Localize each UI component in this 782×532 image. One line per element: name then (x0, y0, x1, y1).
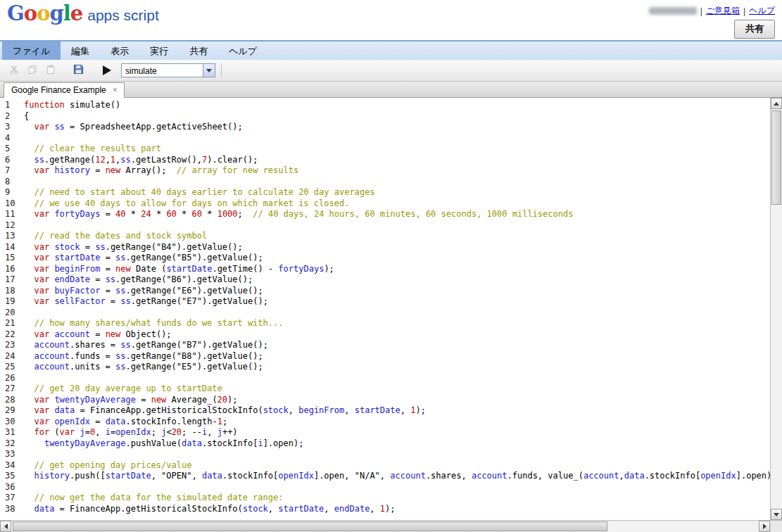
tab-close-icon[interactable]: × (113, 86, 118, 94)
save-icon (73, 64, 84, 77)
line-number: 4 (0, 133, 24, 144)
line-number: 2 (0, 111, 24, 122)
paste-icon (46, 65, 56, 77)
code-line: 13 // read the dates and stock symbol (0, 231, 770, 242)
scroll-up-button[interactable] (771, 98, 782, 109)
code-line: 24 account.funds = ss.getRange("B8").get… (0, 351, 770, 362)
line-number: 15 (0, 253, 24, 264)
copy-icon (27, 65, 37, 77)
run-icon (103, 65, 111, 75)
line-number: 14 (0, 242, 24, 253)
menu-help[interactable]: ヘルプ (218, 42, 267, 60)
cut-icon (9, 65, 19, 77)
scroll-down-button[interactable] (771, 509, 782, 520)
code-text: account.funds = ss.getRange("B8").getVal… (24, 351, 770, 362)
line-number: 8 (0, 177, 24, 188)
line-number: 19 (0, 296, 24, 308)
dropdown-arrow-button[interactable] (203, 64, 215, 77)
code-line: 17 var endDate = ss.getRange("B6").getVa… (0, 274, 770, 286)
product-name: apps script (87, 7, 159, 24)
code-line: 22 var account = new Object(); (0, 329, 770, 341)
horizontal-scrollbar[interactable] (0, 520, 782, 532)
code-text: history.push([startDate, "OPEN", data.st… (24, 471, 770, 482)
horizontal-scroll-track[interactable] (11, 521, 759, 532)
code-text (24, 220, 770, 232)
scroll-left-button[interactable] (0, 521, 11, 532)
code-text: for (var j=0, i=openIdx; j<20; --i, j++) (24, 427, 770, 438)
tab-bar: Google Finance Example × (0, 82, 782, 98)
code-line: 36 (0, 482, 770, 493)
arrow-down-icon (774, 513, 779, 517)
paste-button[interactable] (42, 63, 58, 79)
code-text: var ss = SpreadsheetApp.getActiveSheet()… (24, 122, 770, 133)
menu-view[interactable]: 表示 (100, 42, 139, 60)
vertical-scrollbar[interactable] (770, 98, 782, 520)
line-number: 6 (0, 155, 24, 166)
code-line: 23 account.shares = ss.getRange("B7").ge… (0, 340, 770, 351)
code-line: 9 // need to start about 40 days earlier… (0, 187, 770, 198)
menu-run[interactable]: 実行 (139, 42, 179, 60)
line-number: 28 (0, 395, 24, 406)
line-number: 32 (0, 438, 24, 450)
code-text: var buyFactor = ss.getRange("E6").getVal… (24, 286, 770, 297)
separator: | (700, 6, 702, 16)
account-bar: | ご意見箱 | ヘルプ (649, 5, 775, 17)
code-line: 15 var startDate = ss.getRange("B5").get… (0, 253, 770, 264)
line-number: 5 (0, 144, 24, 155)
code-line: 28 var twentyDayAverage = new Average_(2… (0, 395, 770, 406)
editor: 1function simulate()2{3 var ss = Spreads… (0, 98, 782, 520)
code-text (24, 177, 770, 188)
code-line: 29 var data = FinanceApp.getHistoricalSt… (0, 405, 770, 417)
help-link[interactable]: ヘルプ (749, 5, 775, 17)
apps-script-window: Google apps script | ご意見箱 | ヘルプ 共有 ファイル … (0, 0, 782, 532)
vertical-scroll-track[interactable] (771, 109, 782, 509)
code-text: // get 20 day average up to startDate (24, 384, 770, 395)
tab-google-finance-example[interactable]: Google Finance Example × (4, 82, 125, 98)
code-line: 1function simulate() (0, 100, 770, 111)
code-line: 30 var openIdx = data.stockInfo.length-1… (0, 417, 770, 428)
menu-edit[interactable]: 編集 (61, 42, 100, 60)
function-dropdown[interactable]: simulate (121, 63, 215, 77)
code-line: 38 data = FinanceApp.getHistoricalStockI… (0, 504, 770, 515)
line-number: 18 (0, 286, 24, 297)
code-line: 37 // now get the data for the simulated… (0, 493, 770, 504)
menu-share[interactable]: 共有 (179, 42, 218, 60)
line-number: 27 (0, 384, 24, 395)
line-number: 1 (0, 100, 24, 111)
toolbar: simulate (0, 60, 782, 82)
run-button[interactable] (99, 63, 115, 79)
code-text: var data = FinanceApp.getHistoricalStock… (24, 405, 770, 417)
arrow-left-icon (4, 524, 8, 529)
toolbar-separator (221, 63, 222, 77)
code-lines[interactable]: 1function simulate()2{3 var ss = Spreads… (0, 98, 770, 520)
line-number: 31 (0, 427, 24, 438)
line-number: 30 (0, 417, 24, 428)
arrow-right-icon (763, 524, 767, 529)
horizontal-scroll-thumb[interactable] (13, 521, 607, 531)
share-button[interactable]: 共有 (734, 20, 775, 39)
header: Google apps script | ご意見箱 | ヘルプ 共有 (0, 0, 782, 40)
code-text: ss.getRange(12,1,ss.getLastRow(),7).clea… (24, 155, 770, 166)
line-number: 23 (0, 340, 24, 351)
line-number: 22 (0, 329, 24, 341)
save-button[interactable] (70, 63, 87, 79)
code-text: data = FinanceApp.getHistoricalStockInfo… (24, 504, 770, 515)
line-number: 34 (0, 460, 24, 471)
line-number: 12 (0, 220, 24, 232)
copy-button[interactable] (24, 63, 40, 79)
cut-button[interactable] (6, 63, 22, 79)
code-text: var account = new Object(); (24, 329, 770, 341)
line-number: 9 (0, 187, 24, 198)
vertical-scroll-thumb[interactable] (771, 110, 781, 205)
logo-row: Google apps script (7, 3, 159, 25)
code-text: // clear the results part (24, 144, 770, 155)
code-text: var openIdx = data.stockInfo.length-1; (24, 417, 770, 428)
line-number: 29 (0, 405, 24, 417)
menu-file[interactable]: ファイル (2, 42, 61, 60)
line-number: 3 (0, 122, 24, 133)
line-number: 24 (0, 351, 24, 362)
feedback-link[interactable]: ご意見箱 (706, 5, 740, 17)
scroll-right-button[interactable] (759, 521, 770, 532)
code-line: 20 (0, 308, 770, 319)
code-text (24, 449, 770, 460)
